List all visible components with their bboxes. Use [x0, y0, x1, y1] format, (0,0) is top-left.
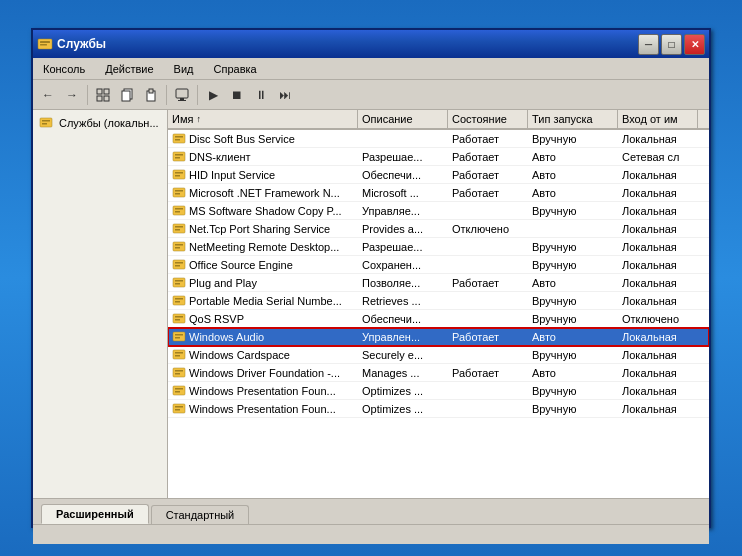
cell-logon: Локальная: [618, 292, 698, 309]
forward-button[interactable]: →: [61, 84, 83, 106]
table-row[interactable]: Windows AudioУправлен...РаботаетАвтоЛока…: [168, 328, 709, 346]
svg-rect-34: [175, 229, 180, 231]
cell-desc: Управляе...: [358, 202, 448, 219]
cell-desc: Retrieves ...: [358, 292, 448, 309]
cell-desc: Сохранен...: [358, 256, 448, 273]
maximize-button[interactable]: □: [661, 34, 682, 55]
cell-status: [448, 310, 528, 327]
menu-help[interactable]: Справка: [208, 61, 263, 77]
cell-name: MS Software Shadow Copy P...: [168, 202, 358, 219]
svg-rect-62: [173, 404, 185, 413]
table-row[interactable]: Disc Soft Bus ServiceРаботаетВручнуюЛока…: [168, 130, 709, 148]
table-row[interactable]: NetMeeting Remote Desktop...Разрешае...В…: [168, 238, 709, 256]
sidebar-item-services[interactable]: Службы (локальн...: [37, 114, 163, 132]
cell-logon: Локальная: [618, 166, 698, 183]
cell-startup: Авто: [528, 274, 618, 291]
table-row[interactable]: Windows Presentation Foun...Optimizes ..…: [168, 400, 709, 418]
toolbar-separator-3: [197, 85, 198, 105]
stop-button[interactable]: ⏹: [226, 84, 248, 106]
cell-name: Windows Cardspace: [168, 346, 358, 363]
paste-button[interactable]: [140, 84, 162, 106]
cell-name: Windows Presentation Foun...: [168, 400, 358, 417]
table-row[interactable]: Microsoft .NET Framework N...Microsoft .…: [168, 184, 709, 202]
svg-rect-3: [97, 89, 102, 94]
menu-console[interactable]: Консоль: [37, 61, 91, 77]
col-header-desc[interactable]: Описание: [358, 110, 448, 128]
window-icon: [37, 36, 53, 52]
cell-desc: Разрешае...: [358, 238, 448, 255]
cell-startup: Авто: [528, 184, 618, 201]
table-row[interactable]: QoS RSVPОбеспечи...ВручнуюОтключено: [168, 310, 709, 328]
cell-startup: Вручную: [528, 310, 618, 327]
toolbar: ← → ▶ ⏹ ⏸ ⏭: [33, 80, 709, 110]
svg-rect-28: [175, 193, 180, 195]
table-row[interactable]: MS Software Shadow Copy P...Управляе...В…: [168, 202, 709, 220]
cell-name: Net.Tcp Port Sharing Service: [168, 220, 358, 237]
svg-rect-49: [175, 319, 180, 321]
pause-button[interactable]: ⏸: [250, 84, 272, 106]
play-button[interactable]: ▶: [202, 84, 224, 106]
cell-status: [448, 346, 528, 363]
cell-desc: Optimizes ...: [358, 400, 448, 417]
svg-rect-47: [173, 314, 185, 323]
cell-desc: Позволяе...: [358, 274, 448, 291]
col-header-startup[interactable]: Тип запуска: [528, 110, 618, 128]
svg-rect-58: [175, 373, 180, 375]
svg-rect-16: [42, 123, 47, 125]
cell-logon: Локальная: [618, 256, 698, 273]
cell-name: Plug and Play: [168, 274, 358, 291]
grid-view-button[interactable]: [92, 84, 114, 106]
svg-rect-60: [175, 388, 183, 390]
main-content: Службы (локальн... Имя ↑ Описание Состоя…: [33, 110, 709, 498]
table-row[interactable]: Net.Tcp Port Sharing ServiceProvides a..…: [168, 220, 709, 238]
cell-status: Работает: [448, 148, 528, 165]
titlebar: Службы ─ □ ✕: [33, 30, 709, 58]
table-row[interactable]: DNS-клиентРазрешае...РаботаетАвтоСетевая…: [168, 148, 709, 166]
cell-startup: [528, 220, 618, 237]
svg-rect-10: [149, 89, 153, 93]
col-header-status[interactable]: Состояние: [448, 110, 528, 128]
svg-rect-54: [175, 352, 183, 354]
tab-standard[interactable]: Стандартный: [151, 505, 250, 524]
cell-desc: Securely e...: [358, 346, 448, 363]
table-row[interactable]: HID Input ServiceОбеспечи...РаботаетАвто…: [168, 166, 709, 184]
cell-name: Portable Media Serial Numbe...: [168, 292, 358, 309]
cell-startup: Вручную: [528, 130, 618, 147]
cell-startup: Вручную: [528, 202, 618, 219]
cell-logon: Локальная: [618, 130, 698, 147]
svg-rect-19: [175, 139, 180, 141]
restart-button[interactable]: ⏭: [274, 84, 296, 106]
toolbar-separator-1: [87, 85, 88, 105]
table-row[interactable]: Windows CardspaceSecurely e...ВручнуюЛок…: [168, 346, 709, 364]
table-row[interactable]: Plug and PlayПозволяе...РаботаетАвтоЛока…: [168, 274, 709, 292]
svg-rect-63: [175, 406, 183, 408]
cell-startup: Авто: [528, 166, 618, 183]
col-header-name[interactable]: Имя ↑: [168, 110, 358, 128]
menu-view[interactable]: Вид: [168, 61, 200, 77]
cell-desc: Provides a...: [358, 220, 448, 237]
copy-button[interactable]: [116, 84, 138, 106]
cell-logon: Локальная: [618, 346, 698, 363]
cell-name: Windows Presentation Foun...: [168, 382, 358, 399]
monitor-button[interactable]: [171, 84, 193, 106]
back-button[interactable]: ←: [37, 84, 59, 106]
svg-rect-1: [40, 41, 50, 43]
table-row[interactable]: Windows Presentation Foun...Optimizes ..…: [168, 382, 709, 400]
minimize-button[interactable]: ─: [638, 34, 659, 55]
table-row[interactable]: Office Source EngineСохранен...ВручнуюЛо…: [168, 256, 709, 274]
svg-rect-20: [173, 152, 185, 161]
menu-action[interactable]: Действие: [99, 61, 159, 77]
svg-rect-64: [175, 409, 180, 411]
svg-rect-11: [176, 89, 188, 98]
tab-extended[interactable]: Расширенный: [41, 504, 149, 524]
cell-logon: Локальная: [618, 220, 698, 237]
col-header-logon[interactable]: Вход от им: [618, 110, 698, 128]
table-body[interactable]: Disc Soft Bus ServiceРаботаетВручнуюЛока…: [168, 130, 709, 498]
table-row[interactable]: Windows Driver Foundation -...Manages ..…: [168, 364, 709, 382]
cell-name: NetMeeting Remote Desktop...: [168, 238, 358, 255]
table-row[interactable]: Portable Media Serial Numbe...Retrieves …: [168, 292, 709, 310]
cell-logon: Локальная: [618, 400, 698, 417]
svg-rect-57: [175, 370, 183, 372]
svg-rect-36: [175, 244, 183, 246]
close-button[interactable]: ✕: [684, 34, 705, 55]
